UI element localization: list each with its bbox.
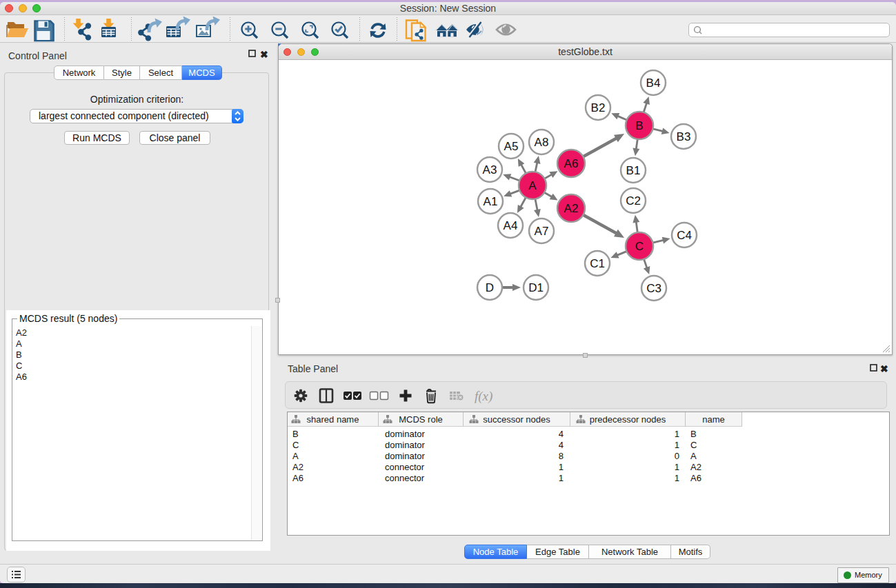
svg-text:B3: B3 [677, 130, 691, 143]
svg-text:A1: A1 [484, 195, 498, 208]
svg-text:D1: D1 [528, 281, 544, 294]
svg-text:B4: B4 [646, 77, 661, 90]
svg-text:A6: A6 [564, 157, 579, 170]
svg-text:A2: A2 [564, 202, 579, 215]
svg-text:A4: A4 [504, 219, 518, 232]
svg-text:B1: B1 [626, 164, 641, 177]
svg-text:C2: C2 [626, 194, 641, 207]
svg-text:C1: C1 [590, 257, 605, 270]
svg-text:A: A [528, 179, 537, 192]
svg-text:A7: A7 [535, 225, 549, 238]
svg-text:A5: A5 [504, 140, 519, 153]
svg-text:f(x): f(x) [475, 389, 492, 404]
svg-text:C: C [635, 240, 644, 253]
svg-text:C4: C4 [677, 229, 692, 242]
svg-text:A8: A8 [535, 136, 549, 149]
svg-text:D: D [486, 281, 494, 294]
svg-text:B2: B2 [591, 101, 606, 114]
svg-text:B: B [635, 119, 643, 132]
svg-text:A3: A3 [483, 163, 497, 176]
svg-text:C3: C3 [646, 282, 661, 295]
